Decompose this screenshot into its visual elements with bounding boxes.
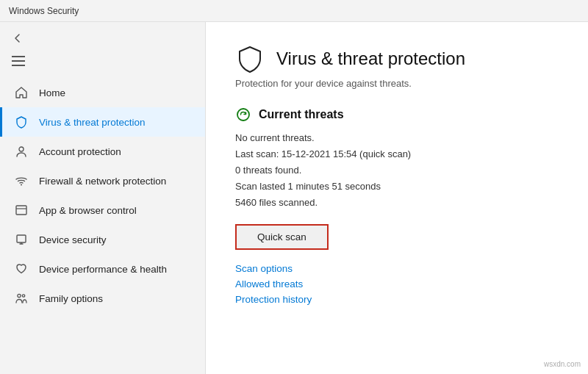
quick-scan-button[interactable]: Quick scan [235, 224, 329, 250]
sidebar-item-virus[interactable]: Virus & threat protection [0, 107, 205, 137]
svg-point-1 [21, 184, 22, 186]
sidebar-item-home[interactable]: Home [0, 78, 205, 107]
person-icon [14, 144, 29, 159]
svg-rect-4 [17, 235, 26, 242]
browser-icon [14, 203, 29, 217]
sidebar-item-device[interactable]: Device security [0, 225, 205, 254]
sidebar-item-home-label: Home [39, 87, 65, 98]
sidebar-item-device-label: Device security [39, 234, 107, 245]
sidebar: Home Virus & threat protection [0, 22, 206, 374]
sidebar-item-performance-label: Device performance & health [39, 264, 167, 275]
sidebar-item-virus-label: Virus & threat protection [39, 117, 146, 128]
family-icon [14, 291, 29, 306]
page-header: Virus & threat protection [235, 44, 559, 73]
device-icon [14, 232, 29, 247]
threats-found-text: 0 threats found. [235, 162, 559, 179]
app-title: Windows Security [9, 6, 79, 16]
title-bar: Windows Security [0, 0, 588, 22]
svg-point-9 [237, 109, 249, 121]
files-scanned-text: 5460 files scanned. [235, 195, 559, 211]
no-threats-text: No current threats. [235, 130, 559, 146]
links-section: Scan options Allowed threats Protection … [235, 263, 559, 305]
sidebar-item-firewall-label: Firewall & network protection [39, 176, 166, 187]
protection-history-link[interactable]: Protection history [235, 294, 559, 305]
back-button[interactable] [0, 26, 205, 50]
sidebar-item-account-label: Account protection [39, 146, 121, 157]
main-content: Virus & threat protection Protection for… [206, 22, 588, 374]
svg-rect-2 [16, 206, 26, 215]
watermark: wsxdn.com [541, 359, 584, 370]
app-body: Home Virus & threat protection [0, 22, 588, 374]
section-header: Current threats [235, 107, 559, 123]
sidebar-item-firewall[interactable]: Firewall & network protection [0, 166, 205, 195]
sidebar-item-appbrowser[interactable]: App & browser control [0, 195, 205, 225]
hamburger-button[interactable] [0, 50, 205, 78]
svg-point-7 [18, 294, 21, 297]
svg-point-0 [19, 147, 24, 151]
wifi-icon [14, 173, 29, 188]
section-title: Current threats [259, 108, 344, 121]
current-threats-icon [235, 107, 251, 123]
page-title: Virus & threat protection [276, 48, 465, 69]
scan-duration-text: Scan lasted 1 minutes 51 seconds [235, 179, 559, 195]
allowed-threats-link[interactable]: Allowed threats [235, 278, 559, 290]
home-icon [14, 85, 29, 100]
scan-options-link[interactable]: Scan options [235, 263, 559, 274]
sidebar-item-performance[interactable]: Device performance & health [0, 254, 205, 284]
hamburger-icon [12, 56, 25, 66]
shield-nav-icon [14, 115, 29, 129]
sidebar-item-family-label: Family options [39, 293, 103, 304]
heart-icon [14, 262, 29, 276]
svg-point-8 [22, 295, 24, 297]
sidebar-item-family[interactable]: Family options [0, 284, 205, 313]
last-scan-text: Last scan: 15-12-2021 15:54 (quick scan) [235, 146, 559, 162]
shield-large-icon [235, 44, 265, 73]
sidebar-item-appbrowser-label: App & browser control [39, 205, 137, 216]
sidebar-item-account[interactable]: Account protection [0, 137, 205, 166]
page-subtitle: Protection for your device against threa… [235, 78, 559, 89]
threat-info: No current threats. Last scan: 15-12-202… [235, 130, 559, 211]
sidebar-nav: Home Virus & threat protection [0, 78, 205, 374]
